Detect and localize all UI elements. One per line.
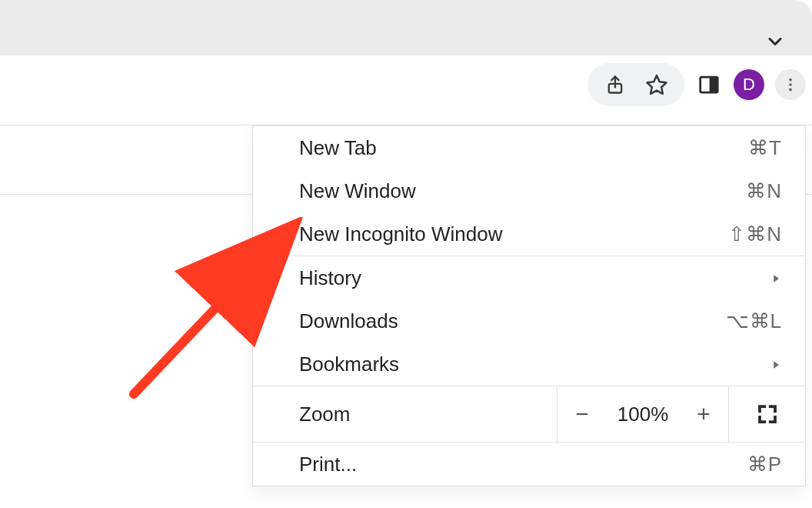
menu-section-zoom: Zoom − 100% + [253,386,805,443]
zoom-in-button[interactable]: + [679,386,728,442]
menu-item-shortcut: ⌘P [747,453,782,476]
menu-section-nav: History Downloads ⌥⌘L Bookmarks [253,256,805,386]
menu-item-bookmarks[interactable]: Bookmarks [253,343,805,386]
chevron-down-icon[interactable] [761,28,789,55]
menu-section-new: New Tab ⌘T New Window ⌘N New Incognito W… [253,126,805,256]
menu-item-print[interactable]: Print... ⌘P [253,443,805,486]
side-panel-icon[interactable] [695,71,723,99]
menu-button[interactable] [775,69,806,100]
menu-item-new-window[interactable]: New Window ⌘N [253,169,805,212]
menu-item-label: New Tab [299,136,748,160]
avatar-letter: D [743,75,755,95]
menu-item-label: Bookmarks [299,353,770,376]
profile-avatar[interactable]: D [734,69,764,100]
svg-marker-1 [647,75,667,94]
menu-item-shortcut: ⌘T [748,136,782,160]
omnibox-actions [587,63,684,106]
menu-item-shortcut: ⌘N [746,179,782,203]
menu-item-history[interactable]: History [253,256,805,299]
menu-section-print: Print... ⌘P [253,443,805,486]
menu-item-shortcut: ⇧⌘N [728,222,782,246]
browser-toolbar: D [0,55,812,114]
menu-item-downloads[interactable]: Downloads ⌥⌘L [253,299,805,343]
svg-marker-7 [774,275,779,282]
svg-marker-8 [774,361,779,368]
menu-item-label: New Window [299,179,746,203]
chevron-right-icon [770,266,782,290]
menu-item-new-incognito[interactable]: New Incognito Window ⇧⌘N [253,212,805,256]
menu-item-new-tab[interactable]: New Tab ⌘T [253,126,805,169]
zoom-label: Zoom [299,403,350,426]
svg-point-4 [789,79,792,82]
zoom-controls: − 100% + [557,386,728,442]
menu-item-label: Downloads [299,309,726,333]
menu-item-shortcut: ⌥⌘L [726,309,782,333]
chrome-menu: New Tab ⌘T New Window ⌘N New Incognito W… [252,125,806,486]
zoom-value: 100% [607,386,679,442]
chevron-right-icon [770,353,782,376]
svg-point-5 [789,83,792,86]
toolbar-spacer [0,114,812,125]
svg-point-6 [789,89,792,92]
share-icon[interactable] [601,71,629,99]
fullscreen-button[interactable] [728,386,805,442]
zoom-out-button[interactable]: − [557,386,607,442]
tab-strip [0,0,812,55]
menu-item-label: History [299,266,770,290]
star-icon[interactable] [643,71,671,99]
menu-item-zoom: Zoom − 100% + [253,386,805,442]
menu-item-label: Print... [299,453,747,476]
svg-rect-3 [710,77,718,92]
menu-item-label: New Incognito Window [299,222,728,246]
